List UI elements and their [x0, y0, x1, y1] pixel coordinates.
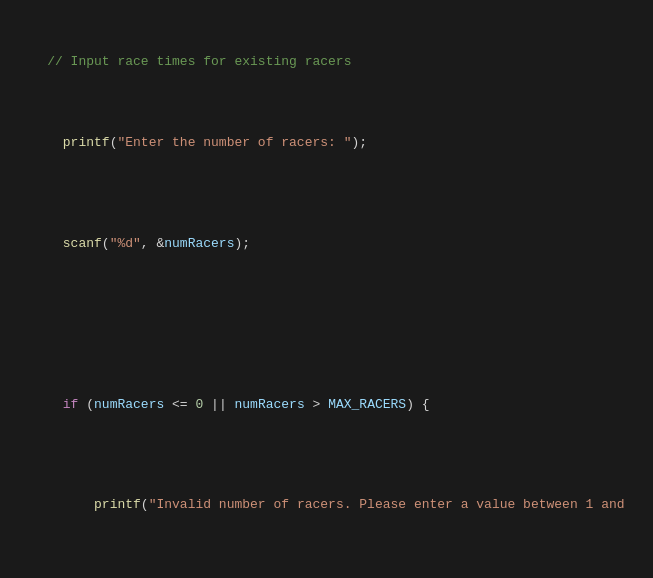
code-block: // Input race times for existing racers …: [16, 12, 637, 578]
line-if: if (numRacers <= 0 || numRacers > MAX_RA…: [16, 397, 430, 432]
line-printf-1: printf("Enter the number of racers: ");: [16, 135, 367, 170]
line-scanf-1: scanf("%d", &numRacers);: [16, 236, 250, 271]
line-comment-1: // Input race times for existing racers: [47, 54, 351, 69]
code-container: // Input race times for existing racers …: [0, 0, 653, 578]
line-printf-invalid: printf("Invalid number of racers. Please…: [16, 497, 625, 532]
